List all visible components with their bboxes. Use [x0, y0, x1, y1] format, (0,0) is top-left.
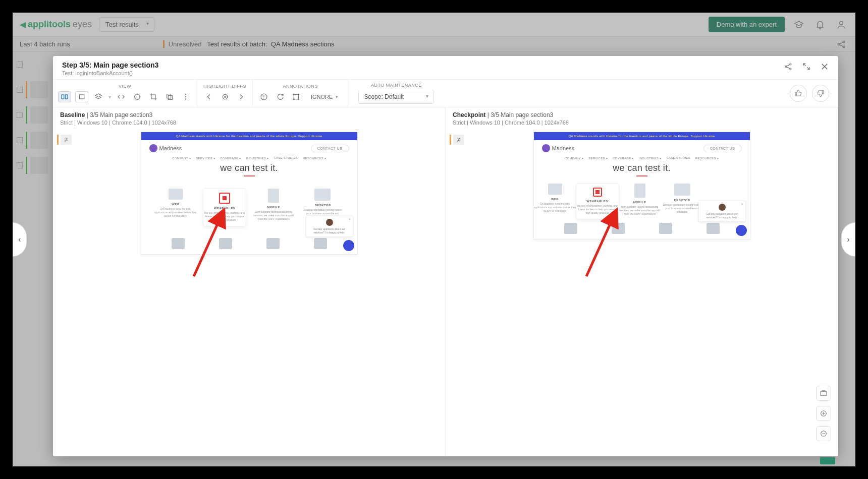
svg-rect-11	[168, 95, 172, 99]
layers-icon[interactable]	[92, 91, 104, 103]
svg-rect-19	[294, 94, 298, 99]
more-icon[interactable]	[180, 91, 192, 103]
svg-rect-26	[821, 392, 827, 396]
ignore-dropdown[interactable]: IGNORE▾	[306, 91, 343, 102]
highlight-diffs-label: HIGHLIGHT DIFFS	[203, 84, 246, 89]
banner-text: QA Madness stands with Ukraine for the f…	[141, 132, 357, 140]
baseline-title: Baseline	[60, 111, 85, 118]
expand-icon[interactable]	[802, 62, 811, 71]
baseline-meta: Strict | Windows 10 | Chrome 104.0 | 102…	[60, 119, 438, 126]
remark-icon[interactable]	[274, 91, 286, 103]
step-title: Step 3/5: Main page section3	[62, 61, 784, 69]
scope-select[interactable]: Scope: Default	[358, 90, 434, 104]
view-single-button[interactable]	[75, 91, 88, 102]
chevron-down-icon[interactable]: ▾	[108, 94, 111, 100]
checkpoint-title: Checkpoint	[453, 111, 485, 118]
svg-point-17	[224, 96, 226, 98]
share-icon[interactable]	[784, 62, 793, 71]
code-icon[interactable]	[115, 91, 127, 103]
svg-point-15	[185, 99, 186, 100]
target-icon[interactable]	[131, 91, 143, 103]
prev-diff-icon[interactable]	[203, 91, 215, 103]
view-label: VIEW	[119, 84, 131, 89]
crop-icon[interactable]	[147, 91, 159, 103]
contact-button: CONTACT US	[311, 145, 349, 152]
checkpoint-screenshot[interactable]: QA Madness stands with Ukraine for the f…	[533, 132, 750, 239]
svg-point-10	[135, 94, 140, 100]
modal-header: Step 3/5: Main page section3 Test: login…	[53, 56, 838, 79]
next-diff-icon[interactable]	[235, 91, 247, 103]
svg-point-6	[790, 68, 791, 70]
status-chip	[820, 457, 835, 464]
diff-pill-checkpoint[interactable]: ≠	[450, 135, 464, 145]
svg-point-16	[223, 94, 227, 99]
copy-icon[interactable]	[164, 91, 176, 103]
zoom-out-button[interactable]	[816, 426, 831, 441]
chat-tooltip: ×Got any questions about our services? I…	[306, 216, 353, 237]
checkpoint-pane: Checkpoint | 3/5 Main page section3 Stri…	[446, 107, 838, 456]
step-modal: Step 3/5: Main page section3 Test: login…	[53, 56, 838, 456]
diff-target-icon[interactable]	[219, 91, 231, 103]
auto-maintenance-label: AUTO MAINTENANCE	[371, 83, 422, 88]
svg-rect-9	[79, 95, 84, 99]
close-icon[interactable]	[820, 62, 829, 71]
baseline-screenshot[interactable]: QA Madness stands with Ukraine for the f…	[141, 132, 358, 255]
svg-point-13	[185, 94, 186, 95]
thumbs-down-button[interactable]	[812, 85, 829, 102]
zoom-controls	[816, 386, 831, 441]
svg-rect-12	[167, 94, 171, 98]
checkpoint-step-desc: 3/5 Main page section3	[491, 111, 553, 118]
svg-point-5	[790, 64, 791, 65]
diff-pill-baseline[interactable]: ≠	[57, 135, 72, 145]
region-icon[interactable]	[290, 91, 302, 103]
test-name: Test: loginIntoBankAccount()	[62, 70, 784, 76]
zoom-in-button[interactable]	[816, 406, 831, 421]
baseline-pane: Baseline | 3/5 Main page section3 Strict…	[53, 107, 446, 456]
svg-point-14	[185, 96, 186, 97]
fit-button[interactable]	[816, 386, 831, 401]
toolbar: VIEW ▾ HIGHLIGHT DIFFS	[53, 79, 838, 107]
issue-icon[interactable]	[258, 91, 270, 103]
checkpoint-meta: Strict | Windows 10 | Chrome 104.0 | 102…	[453, 119, 831, 126]
chat-bubble-icon	[343, 240, 354, 251]
baseline-step-desc: 3/5 Main page section3	[90, 111, 152, 118]
compare-area: Baseline | 3/5 Main page section3 Strict…	[53, 107, 838, 456]
svg-rect-7	[62, 95, 64, 99]
brand: Madness	[149, 144, 182, 152]
shot-nav: COMPANY ▾SERVICES ▾COVERAGE ▾INDUSTRIES …	[141, 156, 357, 160]
svg-rect-8	[65, 95, 68, 99]
annotations-label: ANNOTATIONS	[283, 84, 318, 89]
hero-text: we can test it.	[141, 160, 357, 184]
view-side-by-side-button[interactable]	[58, 91, 71, 102]
thumbs-up-button[interactable]	[790, 85, 807, 102]
svg-point-4	[785, 66, 787, 68]
